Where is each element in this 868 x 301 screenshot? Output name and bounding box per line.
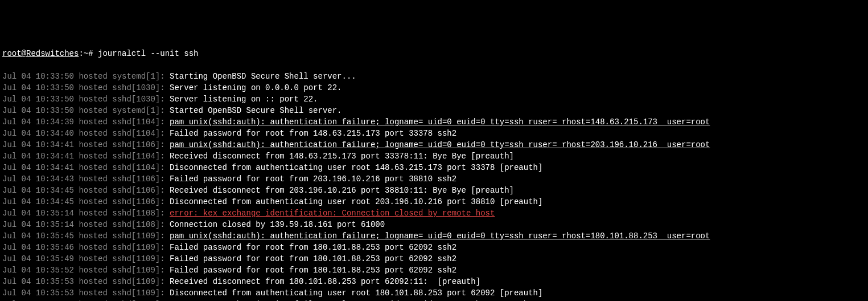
log-message: Received disconnect from 180.101.88.253 …	[170, 277, 480, 286]
log-line: Jul 04 10:33:50 hosted systemd[1]: Start…	[2, 105, 866, 116]
log-timestamp: Jul 04 10:34:41 hosted sshd[1106]:	[2, 140, 170, 149]
log-timestamp: Jul 04 10:35:52 hosted sshd[1109]:	[2, 266, 170, 275]
log-message: Failed password for root from 180.101.88…	[170, 266, 456, 275]
log-timestamp: Jul 04 10:34:45 hosted sshd[1106]:	[2, 197, 170, 206]
log-message: Disconnected from authenticating user ro…	[170, 288, 542, 298]
log-line: Jul 04 10:35:53 hosted sshd[1109]: Recei…	[2, 276, 866, 287]
log-timestamp: Jul 04 10:35:53 hosted sshd[1109]:	[2, 277, 170, 286]
log-message: pam_unix(sshd:auth): authentication fail…	[170, 140, 710, 149]
log-message: error: kex_exchange_identification: Conn…	[170, 209, 495, 218]
log-message: Starting OpenBSD Secure Shell server...	[170, 72, 356, 81]
log-timestamp: Jul 04 10:34:45 hosted sshd[1106]:	[2, 186, 170, 195]
log-line: Jul 04 10:35:45 hosted sshd[1109]: pam_u…	[2, 230, 866, 242]
log-line: Jul 04 10:35:49 hosted sshd[1109]: Faile…	[2, 253, 866, 265]
log-message: Server listening on :: port 22.	[170, 95, 318, 104]
log-message: Received disconnect from 148.63.215.173 …	[170, 152, 514, 161]
log-line: Jul 04 10:35:53 hosted sshd[1109]: Disco…	[2, 287, 866, 299]
log-message: Disconnected from authenticating user ro…	[170, 163, 542, 172]
log-timestamp: Jul 04 10:34:43 hosted sshd[1106]:	[2, 174, 170, 184]
log-timestamp: Jul 04 10:34:39 hosted sshd[1104]:	[2, 117, 170, 127]
log-timestamp: Jul 04 10:33:50 hosted systemd[1]:	[2, 106, 170, 115]
log-line: Jul 04 10:34:41 hosted sshd[1104]: Disco…	[2, 162, 866, 173]
log-timestamp: Jul 04 10:35:14 hosted sshd[1108]:	[2, 220, 170, 229]
log-message: Failed password for root from 203.196.10…	[170, 174, 456, 184]
log-line: Jul 04 10:33:50 hosted sshd[1030]: Serve…	[2, 82, 866, 93]
log-timestamp: Jul 04 10:33:50 hosted systemd[1]:	[2, 72, 170, 81]
log-message: pam_unix(sshd:auth): authentication fail…	[170, 231, 710, 241]
log-message: Connection closed by 139.59.18.161 port …	[170, 220, 385, 229]
log-line: Jul 04 10:35:14 hosted sshd[1108]: error…	[2, 208, 866, 219]
log-line: Jul 04 10:33:50 hosted sshd[1030]: Serve…	[2, 93, 866, 105]
log-timestamp: Jul 04 10:33:50 hosted sshd[1030]:	[2, 95, 170, 104]
log-line: Jul 04 10:34:43 hosted sshd[1106]: Faile…	[2, 173, 866, 185]
log-timestamp: Jul 04 10:35:53 hosted sshd[1109]:	[2, 288, 170, 298]
prompt-user-host: root@Redswitches	[2, 49, 79, 58]
log-line: Jul 04 10:34:41 hosted sshd[1104]: Recei…	[2, 150, 866, 162]
log-line: Jul 04 10:34:45 hosted sshd[1106]: Disco…	[2, 196, 866, 208]
prompt-command: journalctl --unit ssh	[98, 49, 198, 58]
log-timestamp: Jul 04 10:34:41 hosted sshd[1104]:	[2, 152, 170, 161]
log-timestamp: Jul 04 10:34:41 hosted sshd[1104]:	[2, 163, 170, 172]
log-message: Disconnected from authenticating user ro…	[170, 197, 542, 206]
log-line: Jul 04 10:35:14 hosted sshd[1108]: Conne…	[2, 219, 866, 230]
log-line: Jul 04 10:34:45 hosted sshd[1106]: Recei…	[2, 185, 866, 196]
log-message: Failed password for root from 148.63.215…	[170, 129, 456, 138]
shell-prompt[interactable]: root@Redswitches:~# journalctl --unit ss…	[2, 48, 866, 59]
log-timestamp: Jul 04 10:35:46 hosted sshd[1109]:	[2, 243, 170, 252]
log-timestamp: Jul 04 10:35:14 hosted sshd[1108]:	[2, 209, 170, 218]
log-timestamp: Jul 04 10:33:50 hosted sshd[1030]:	[2, 83, 170, 92]
log-line: Jul 04 10:33:50 hosted systemd[1]: Start…	[2, 71, 866, 82]
log-line: Jul 04 10:34:39 hosted sshd[1104]: pam_u…	[2, 116, 866, 128]
log-line: Jul 04 10:35:53 hosted sshd[1109]: PAM 2…	[2, 299, 866, 301]
log-line: Jul 04 10:34:40 hosted sshd[1104]: Faile…	[2, 128, 866, 139]
log-message: pam_unix(sshd:auth): authentication fail…	[170, 117, 710, 127]
log-message: Failed password for root from 180.101.88…	[170, 243, 456, 252]
log-line: Jul 04 10:35:46 hosted sshd[1109]: Faile…	[2, 242, 866, 253]
prompt-separator: :~#	[79, 49, 98, 58]
log-line: Jul 04 10:34:41 hosted sshd[1106]: pam_u…	[2, 139, 866, 150]
log-timestamp: Jul 04 10:35:45 hosted sshd[1109]:	[2, 231, 170, 241]
log-timestamp: Jul 04 10:34:40 hosted sshd[1104]:	[2, 129, 170, 138]
log-message: Started OpenBSD Secure Shell server.	[170, 106, 342, 115]
log-message: Received disconnect from 203.196.10.216 …	[170, 186, 514, 195]
log-timestamp: Jul 04 10:35:49 hosted sshd[1109]:	[2, 254, 170, 263]
log-line: Jul 04 10:35:52 hosted sshd[1109]: Faile…	[2, 265, 866, 276]
log-message: Server listening on 0.0.0.0 port 22.	[170, 83, 342, 92]
log-message: Failed password for root from 180.101.88…	[170, 254, 456, 263]
log-output: Jul 04 10:33:50 hosted systemd[1]: Start…	[2, 71, 866, 301]
